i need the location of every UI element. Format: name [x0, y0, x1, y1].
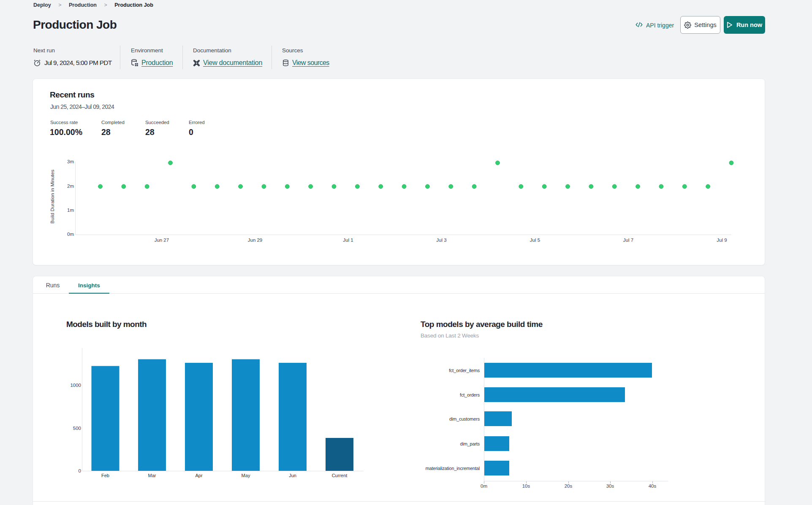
svg-text:1000: 1000 — [70, 383, 81, 388]
svg-text:20s: 20s — [565, 483, 573, 489]
svg-text:Feb: Feb — [101, 473, 109, 478]
svg-text:Apr: Apr — [195, 473, 202, 478]
svg-text:500: 500 — [73, 426, 81, 431]
svg-text:Jul 3: Jul 3 — [436, 238, 446, 243]
svg-text:Jul 9: Jul 9 — [717, 238, 727, 243]
svg-text:dim_parts: dim_parts — [460, 441, 480, 446]
svg-text:Jun 27: Jun 27 — [155, 238, 169, 243]
svg-text:Jul 5: Jul 5 — [530, 238, 540, 243]
svg-text:dim_customers: dim_customers — [449, 416, 480, 421]
svg-text:materialization_incremental: materialization_incremental — [426, 466, 480, 471]
svg-text:Jun 29: Jun 29 — [248, 238, 263, 243]
svg-text:1m: 1m — [67, 208, 74, 213]
svg-text:2m: 2m — [67, 184, 74, 189]
svg-text:30s: 30s — [606, 483, 614, 489]
svg-text:fct_orders: fct_orders — [460, 392, 480, 397]
svg-text:fct_order_items: fct_order_items — [449, 368, 480, 373]
svg-text:Mar: Mar — [148, 473, 156, 478]
svg-text:Current: Current — [332, 473, 348, 478]
svg-text:Jun: Jun — [289, 473, 296, 478]
svg-text:0: 0 — [79, 468, 81, 473]
svg-text:May: May — [242, 473, 250, 478]
svg-text:Jul 1: Jul 1 — [343, 238, 353, 243]
svg-text:Build Duration in Minutes: Build Duration in Minutes — [50, 170, 55, 224]
svg-text:3m: 3m — [67, 159, 74, 164]
svg-text:0m: 0m — [67, 232, 74, 237]
svg-text:0m: 0m — [481, 483, 487, 489]
svg-text:40s: 40s — [649, 483, 657, 489]
svg-text:Jul 7: Jul 7 — [623, 238, 633, 243]
svg-text:10s: 10s — [522, 483, 530, 489]
